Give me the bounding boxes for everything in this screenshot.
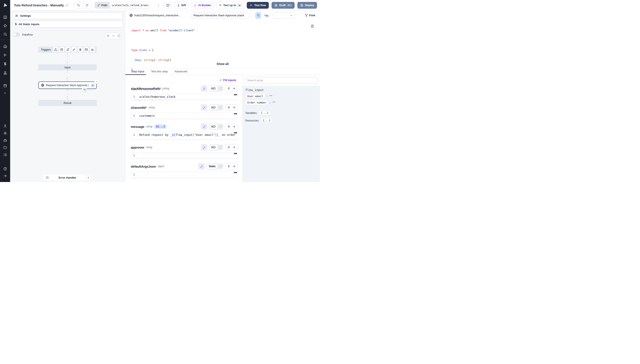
tag-select[interactable] xyxy=(273,12,294,18)
message-editor[interactable]: 1 Refund request by _${flow_input["User … xyxy=(131,132,238,140)
logs-list-icon[interactable] xyxy=(0,151,10,158)
plug-icon[interactable] xyxy=(227,165,230,168)
workspace-icon[interactable] xyxy=(0,14,10,21)
arrow-right-icon[interactable] xyxy=(232,165,235,168)
defaultArgsJson-editor[interactable]: 1 xyxy=(131,172,238,178)
selected-step-node[interactable]: Request Interactive Slack Approval (... … xyxy=(38,82,97,89)
ai-fill-wand-button[interactable] xyxy=(201,104,207,111)
channelId-editor[interactable]: 1 customers xyxy=(131,113,238,119)
arrow-right-icon[interactable] xyxy=(232,125,235,128)
ai-fill-wand-button[interactable] xyxy=(201,144,207,150)
deploy-button[interactable]: Deploy xyxy=(297,2,317,9)
insert-step-button[interactable] xyxy=(65,57,70,62)
ai-builder-button[interactable]: AI Builder xyxy=(191,2,214,8)
plug-icon[interactable] xyxy=(227,106,230,109)
zoom-out-icon[interactable] xyxy=(112,34,115,38)
arrow-right-icon[interactable] xyxy=(232,87,235,90)
result-node[interactable]: Result xyxy=(38,100,97,106)
prop-order-number[interactable]: Order number xyxy=(245,100,268,105)
favorites-star-icon[interactable] xyxy=(0,22,10,29)
search-icon[interactable] xyxy=(0,30,10,38)
arrow-right-icon[interactable] xyxy=(232,106,235,109)
step-summary-input[interactable] xyxy=(191,12,250,18)
remove-step-button[interactable] xyxy=(94,79,99,84)
http-route-icon[interactable] xyxy=(65,47,70,52)
fill-inputs-button[interactable]: Fill inputs xyxy=(218,78,238,82)
resources-icon[interactable] xyxy=(0,69,10,76)
diff-button[interactable]: Diff xyxy=(174,2,188,8)
tab-test-this-step[interactable]: Test this step xyxy=(151,68,168,75)
slackResourcePath-editor[interactable]: 1 u/alex/humorous_slack xyxy=(131,94,238,100)
error-handler-node[interactable]: Error Handler xyxy=(43,174,92,181)
fork-button[interactable]: Fork xyxy=(304,14,316,17)
schedules-icon[interactable] xyxy=(0,82,10,89)
folders-icon[interactable] xyxy=(0,144,10,151)
input-node[interactable]: Input xyxy=(38,64,97,70)
redo-button[interactable] xyxy=(83,2,92,8)
code-viewer[interactable]: import * as wmill from "windmill-client"… xyxy=(125,20,320,68)
webhook-icon[interactable] xyxy=(53,47,58,52)
email-icon[interactable] xyxy=(84,47,89,52)
variables-icon[interactable]: $ xyxy=(0,60,10,68)
suspend-phone-incoming-icon[interactable] xyxy=(82,88,87,92)
template-mode-chip[interactable]: ${} xyxy=(209,144,218,150)
runs-icon[interactable] xyxy=(0,52,10,58)
javascript-mode-toggle[interactable]: ƒ xyxy=(218,125,223,128)
draft-button[interactable]: Draft⌘S xyxy=(272,2,294,9)
template-mode-chip[interactable]: ${} xyxy=(209,124,218,129)
test-flow-button[interactable]: Test flow xyxy=(247,2,269,9)
home-icon[interactable] xyxy=(0,42,10,50)
test-up-to-button[interactable]: Test up toa xyxy=(216,2,244,8)
gear-icon[interactable] xyxy=(0,130,10,137)
path-button[interactable]: Path xyxy=(95,2,110,8)
template-mode-chip[interactable]: ${} xyxy=(209,105,218,110)
plug-icon[interactable] xyxy=(227,125,230,128)
windmill-logo[interactable] xyxy=(0,0,10,10)
edit-title-icon[interactable] xyxy=(66,4,68,7)
flow-settings-button[interactable]: Settings xyxy=(12,12,122,19)
insert-step-button[interactable] xyxy=(65,73,70,78)
fit-view-icon[interactable] xyxy=(118,34,120,37)
suspend-approval-button[interactable] xyxy=(256,12,261,18)
ai-fill-wand-button[interactable] xyxy=(201,85,207,92)
search-prop-input[interactable] xyxy=(245,77,318,84)
resources-expand-pill[interactable]: {...} xyxy=(261,118,272,123)
template-mode-chip[interactable]: ${} xyxy=(209,86,218,91)
ai-fill-wand-button[interactable] xyxy=(198,163,205,170)
plug-icon[interactable] xyxy=(227,146,230,149)
expand-rail-arrow-icon[interactable] xyxy=(0,172,10,180)
show-all-button[interactable]: Show all xyxy=(216,62,230,66)
path-input[interactable] xyxy=(110,2,151,8)
kafka-icon[interactable] xyxy=(78,47,83,52)
ai-fill-wand-button[interactable] xyxy=(201,124,207,130)
undo-button[interactable] xyxy=(74,2,83,8)
approver-editor[interactable]: 1 xyxy=(131,152,238,159)
prop-user-email[interactable]: User email xyxy=(245,94,265,98)
arrow-right-icon[interactable] xyxy=(232,146,235,149)
hub-script-path[interactable]: hub/11500/slack/request_interactive... xyxy=(130,14,180,17)
plug-icon[interactable] xyxy=(227,87,230,90)
workers-robot-icon[interactable] xyxy=(0,137,10,144)
add-icon[interactable] xyxy=(0,90,10,97)
tab-advanced[interactable]: Advanced xyxy=(174,68,187,75)
add-error-handler-button[interactable] xyxy=(86,176,90,180)
websocket-icon[interactable] xyxy=(71,47,76,52)
tab-step-input[interactable]: Step Input xyxy=(131,68,144,75)
insert-step-button[interactable] xyxy=(65,91,70,96)
variables-expand-pill[interactable]: {...} xyxy=(259,110,270,115)
schedule-icon[interactable] xyxy=(59,47,64,52)
all-static-inputs-button[interactable]: $ All Static Inputs xyxy=(12,21,122,28)
copy-code-icon[interactable] xyxy=(310,24,315,28)
help-icon[interactable] xyxy=(0,165,10,172)
javascript-mode-toggle[interactable]: ƒ xyxy=(218,106,223,109)
dataflow-toggle[interactable] xyxy=(13,32,20,36)
scheduled-poll-icon[interactable] xyxy=(90,47,95,52)
javascript-mode-toggle[interactable]: ƒ xyxy=(218,146,223,149)
javascript-mode-toggle[interactable]: ƒ xyxy=(218,165,223,168)
javascript-mode-toggle[interactable]: ƒ xyxy=(218,87,223,90)
docs-button[interactable] xyxy=(164,2,172,8)
triggers-node[interactable]: Triggers xyxy=(38,46,97,53)
static-mode-chip[interactable]: Static xyxy=(207,164,218,169)
user-icon[interactable] xyxy=(0,122,10,130)
flow-input-root[interactable]: flow_input xyxy=(245,88,318,92)
